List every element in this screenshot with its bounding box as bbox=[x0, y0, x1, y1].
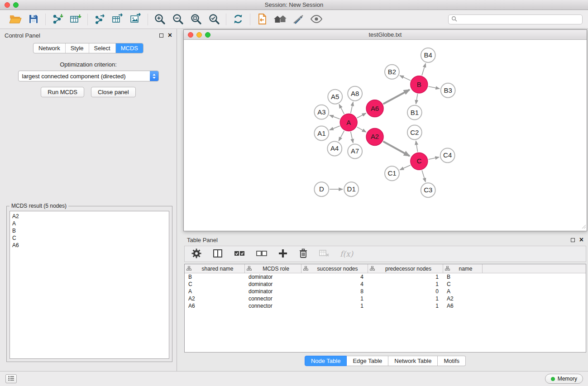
export-table-button[interactable] bbox=[110, 12, 125, 27]
column-header-shared-name[interactable]: shared name bbox=[185, 264, 245, 273]
graph-node-C1[interactable]: C1 bbox=[385, 166, 399, 181]
export-network-button[interactable] bbox=[92, 12, 107, 27]
show-hide-button[interactable] bbox=[309, 12, 324, 27]
table-row[interactable]: Cdominator41C bbox=[185, 281, 586, 288]
zoom-in-button[interactable] bbox=[153, 12, 167, 27]
graph-edge-A-A4[interactable] bbox=[339, 131, 344, 141]
close-table-panel-icon[interactable]: × bbox=[579, 237, 583, 243]
result-item[interactable]: A6 bbox=[12, 242, 167, 249]
memory-button[interactable]: Memory bbox=[545, 374, 583, 384]
tab-select[interactable]: Select bbox=[89, 43, 116, 53]
result-item[interactable]: C bbox=[12, 234, 167, 242]
column-header-successor-nodes[interactable]: successor nodes bbox=[301, 264, 368, 273]
tab-mcds[interactable]: MCDS bbox=[116, 43, 143, 53]
first-neighbors-button[interactable] bbox=[255, 12, 269, 27]
graph-node-A7[interactable]: A7 bbox=[348, 144, 362, 158]
graph-node-B3[interactable]: B3 bbox=[441, 83, 455, 98]
network-close-button[interactable] bbox=[188, 32, 193, 38]
table-row[interactable]: A2connector11A2 bbox=[185, 295, 586, 302]
graph-edge-A2-C[interactable] bbox=[383, 142, 409, 156]
graphics-details-button[interactable] bbox=[291, 12, 306, 27]
fit-selected-button[interactable] bbox=[207, 12, 221, 27]
network-window-titlebar[interactable]: testGlobe.txt bbox=[184, 30, 587, 40]
refresh-layout-button[interactable] bbox=[231, 12, 245, 27]
graph-node-B4[interactable]: B4 bbox=[421, 48, 435, 62]
graph-edge-C-C2[interactable] bbox=[416, 141, 418, 152]
column-header-MCDS-role[interactable]: MCDS role bbox=[245, 264, 301, 273]
graph-edge-B-B2[interactable] bbox=[400, 76, 411, 81]
close-panel-button[interactable]: Close panel bbox=[91, 87, 136, 97]
import-network-button[interactable] bbox=[50, 12, 65, 27]
column-header-name[interactable]: name bbox=[443, 264, 483, 273]
float-table-panel-icon[interactable] bbox=[571, 238, 575, 242]
graph-node-C[interactable]: C bbox=[411, 152, 428, 170]
home-view-button[interactable] bbox=[273, 12, 287, 27]
delete-column-button[interactable] bbox=[298, 248, 308, 260]
resize-grip-icon[interactable] bbox=[581, 224, 586, 230]
run-mcds-button[interactable]: Run MCDS bbox=[41, 87, 84, 97]
add-column-button[interactable] bbox=[278, 248, 288, 260]
graph-node-B1[interactable]: B1 bbox=[407, 105, 422, 120]
fit-content-button[interactable] bbox=[189, 12, 203, 27]
open-session-button[interactable] bbox=[8, 12, 23, 27]
graph-edge-C-C3[interactable] bbox=[422, 170, 425, 182]
search-input[interactable] bbox=[459, 16, 579, 23]
graph-node-A5[interactable]: A5 bbox=[328, 90, 342, 104]
result-item[interactable]: A2 bbox=[12, 213, 167, 220]
graph-edge-A-A8[interactable] bbox=[351, 102, 353, 113]
graph-edge-B-B4[interactable] bbox=[422, 63, 425, 76]
save-session-button[interactable] bbox=[26, 12, 41, 27]
graph-node-C3[interactable]: C3 bbox=[421, 183, 435, 197]
graph-edge-A-A6[interactable] bbox=[357, 113, 366, 118]
float-panel-icon[interactable] bbox=[159, 33, 163, 38]
result-item[interactable]: B bbox=[12, 227, 167, 234]
result-item[interactable]: A bbox=[12, 220, 167, 227]
window-titlebar[interactable]: Session: New Session bbox=[0, 0, 588, 10]
graph-node-A6[interactable]: A6 bbox=[366, 100, 383, 117]
graph-edge-A-A1[interactable] bbox=[330, 126, 340, 130]
tab-node-table[interactable]: Node Table bbox=[305, 356, 347, 366]
graph-node-B[interactable]: B bbox=[411, 76, 428, 93]
table-row[interactable]: Adominator80A bbox=[185, 288, 586, 295]
import-table-button[interactable] bbox=[68, 12, 83, 27]
graph-edge-A-A3[interactable] bbox=[330, 115, 340, 119]
select-all-columns-button[interactable] bbox=[234, 249, 245, 259]
graph-edge-C-C4[interactable] bbox=[428, 157, 439, 159]
table-row[interactable]: A6connector11A6 bbox=[185, 302, 586, 310]
zoom-window-button[interactable] bbox=[13, 2, 19, 8]
graph-node-A1[interactable]: A1 bbox=[314, 126, 329, 141]
graph-node-B2[interactable]: B2 bbox=[385, 65, 399, 79]
tab-edge-table[interactable]: Edge Table bbox=[347, 356, 388, 366]
graph-node-A8[interactable]: A8 bbox=[348, 86, 362, 101]
tab-motifs[interactable]: Motifs bbox=[438, 356, 466, 366]
show-columns-button[interactable] bbox=[212, 248, 223, 260]
graph-node-C2[interactable]: C2 bbox=[407, 125, 422, 140]
network-canvas[interactable]: B4B2BB3A5A8A6A3B1AA1C2A2A4A7C4CC1DD1C3 bbox=[184, 40, 587, 231]
graph-node-C4[interactable]: C4 bbox=[440, 148, 455, 162]
table-settings-button[interactable] bbox=[191, 248, 202, 260]
graph-edge-A6-B[interactable] bbox=[383, 90, 410, 104]
graph-edge-A-A2[interactable] bbox=[357, 127, 366, 132]
graph-node-A[interactable]: A bbox=[340, 114, 357, 131]
column-header-predecessor-nodes[interactable]: predecessor nodes bbox=[368, 264, 443, 273]
close-window-button[interactable] bbox=[5, 2, 10, 8]
network-minimize-button[interactable] bbox=[196, 32, 202, 38]
close-panel-icon[interactable]: × bbox=[168, 33, 172, 38]
tab-style[interactable]: Style bbox=[66, 43, 89, 53]
graph-edge-A-A7[interactable] bbox=[351, 132, 353, 143]
network-zoom-button[interactable] bbox=[205, 32, 210, 38]
graph-edge-B-B3[interactable] bbox=[428, 86, 440, 89]
graph-node-A3[interactable]: A3 bbox=[314, 105, 329, 119]
criterion-dropdown[interactable]: largest connected component (directed) bbox=[18, 71, 159, 81]
zoom-out-button[interactable] bbox=[171, 12, 185, 27]
graph-edge-B-B1[interactable] bbox=[416, 94, 418, 104]
graph-edge-A-A5[interactable] bbox=[339, 104, 344, 114]
graph-node-A4[interactable]: A4 bbox=[327, 141, 342, 156]
export-image-button[interactable] bbox=[129, 12, 143, 27]
graph-node-A2[interactable]: A2 bbox=[366, 129, 383, 146]
graph-node-D1[interactable]: D1 bbox=[344, 182, 359, 196]
task-history-button[interactable] bbox=[5, 374, 17, 383]
mcds-result-list[interactable]: A2ABCA6 bbox=[10, 211, 169, 359]
tab-network[interactable]: Network bbox=[33, 43, 66, 53]
deselect-all-columns-button[interactable] bbox=[256, 249, 268, 259]
